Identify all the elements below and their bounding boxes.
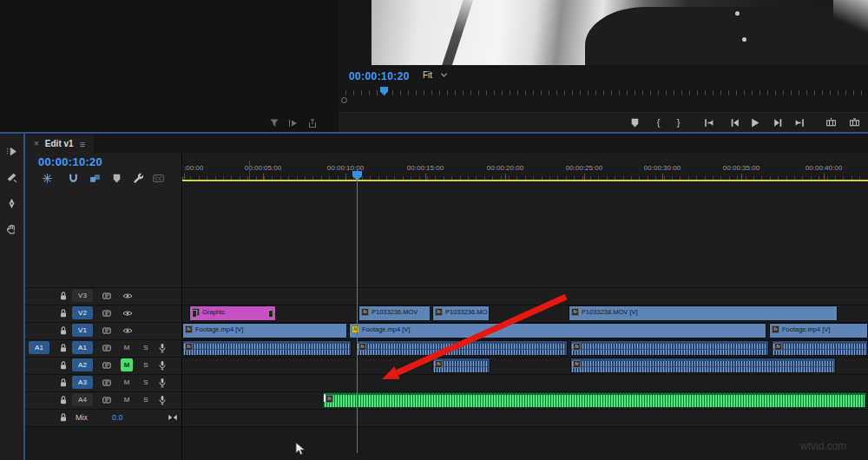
track-header-a1[interactable]: A1A1MS bbox=[25, 339, 182, 357]
monitor-mini-timeline[interactable] bbox=[345, 90, 865, 95]
track-target-badge-a2[interactable]: A2 bbox=[72, 358, 93, 371]
sync-lock-icon[interactable] bbox=[102, 308, 112, 319]
filter-icon[interactable] bbox=[269, 118, 279, 128]
track-header-a2[interactable]: A2MS bbox=[25, 357, 182, 374]
clip-green[interactable]: fx bbox=[323, 392, 866, 408]
solo-button[interactable]: S bbox=[140, 341, 152, 354]
linked-selection-toggle-icon[interactable] bbox=[89, 173, 101, 184]
solo-button[interactable]: S bbox=[140, 393, 152, 406]
track-target-badge-v1[interactable]: V1 bbox=[72, 324, 93, 337]
mute-button[interactable]: M bbox=[121, 358, 133, 371]
mute-button[interactable]: M bbox=[121, 376, 133, 389]
sync-lock-icon[interactable] bbox=[102, 291, 112, 301]
tab-edit-v1[interactable]: × Edit v1 ≡ bbox=[25, 135, 94, 153]
clip-audio[interactable]: fx bbox=[570, 340, 769, 356]
clip-footage-mp4-v-[interactable]: fxFootage.mp4 [V] bbox=[769, 323, 868, 338]
source-assign-badge[interactable]: A1 bbox=[29, 341, 49, 354]
monitor-scroll-handle[interactable] bbox=[341, 97, 347, 103]
lift-button[interactable] bbox=[825, 117, 837, 128]
mark-in-button[interactable]: { bbox=[653, 117, 664, 128]
clip-p1033238-mov-v-[interactable]: fxP1033238.MOV [V] bbox=[569, 306, 838, 321]
clip-p1033236-mo[interactable]: fxP1033236.MO bbox=[432, 306, 490, 321]
clip-p1033236-mov[interactable]: fxP1033236.MOV bbox=[358, 306, 431, 321]
nested-sequence-toggle-icon[interactable] bbox=[42, 173, 53, 184]
clip-audio[interactable]: fx bbox=[356, 340, 568, 356]
add-marker-button[interactable] bbox=[629, 117, 641, 128]
toggle-track-output-eye-icon[interactable] bbox=[122, 308, 133, 319]
timeline-timecode[interactable]: 00:00:10:20 bbox=[38, 155, 102, 168]
track-header-a3[interactable]: A3MS bbox=[25, 374, 182, 391]
clip-footage-mp4-v-[interactable]: fxFootage.mp4 [V] bbox=[349, 323, 766, 338]
toggle-track-output-eye-icon[interactable] bbox=[122, 291, 133, 301]
timeline-settings-button-icon[interactable] bbox=[133, 173, 144, 184]
voiceover-mic-icon[interactable] bbox=[157, 395, 168, 405]
mark-out-button[interactable]: } bbox=[673, 117, 684, 128]
track-target-badge-a1[interactable]: A1 bbox=[72, 341, 93, 354]
clip-graphic[interactable]: fxGraphic bbox=[189, 306, 276, 321]
row-separator bbox=[25, 426, 868, 427]
toggle-track-output-eye-icon[interactable] bbox=[122, 325, 133, 336]
sync-lock-icon[interactable] bbox=[102, 360, 112, 371]
sync-lock-icon[interactable] bbox=[102, 378, 112, 388]
mute-button[interactable]: M bbox=[121, 393, 133, 406]
voiceover-mic-icon[interactable] bbox=[157, 360, 168, 371]
voiceover-mic-icon[interactable] bbox=[157, 343, 168, 353]
clip-audio[interactable]: fx bbox=[182, 340, 352, 356]
tool-hand[interactable] bbox=[6, 224, 17, 235]
lock-icon[interactable] bbox=[58, 378, 69, 388]
snap-toggle-icon[interactable] bbox=[68, 173, 79, 184]
captions-button-icon[interactable] bbox=[153, 173, 164, 184]
voiceover-mic-icon[interactable] bbox=[157, 378, 168, 388]
mute-button[interactable]: M bbox=[121, 341, 133, 354]
mix-volume-value[interactable]: 0.0 bbox=[112, 413, 123, 422]
lock-icon[interactable] bbox=[58, 412, 69, 423]
add-marker-button-icon[interactable] bbox=[111, 173, 122, 184]
lock-icon[interactable] bbox=[58, 291, 69, 301]
work-area-bar bbox=[182, 180, 868, 181]
lock-icon[interactable] bbox=[58, 343, 69, 353]
sync-lock-icon[interactable] bbox=[102, 343, 112, 353]
clip-audio[interactable]: fx bbox=[570, 358, 836, 373]
track-target-badge-v3[interactable]: V3 bbox=[72, 289, 93, 302]
tool-track-select[interactable] bbox=[6, 146, 17, 157]
ruler-tick-label: 00:00:40:00 bbox=[806, 164, 842, 172]
solo-button[interactable]: S bbox=[140, 358, 152, 371]
track-target-badge-v2[interactable]: V2 bbox=[72, 306, 93, 319]
zoom-level-select[interactable]: Fit bbox=[423, 70, 448, 80]
clip-audio[interactable]: fx bbox=[432, 358, 490, 373]
lock-icon[interactable] bbox=[58, 360, 69, 371]
lock-icon[interactable] bbox=[58, 395, 69, 405]
extract-button[interactable] bbox=[849, 117, 860, 128]
track-header-v1[interactable]: V1 bbox=[25, 322, 182, 339]
timeline-bottom-area bbox=[25, 426, 868, 460]
sync-lock-icon[interactable] bbox=[102, 325, 112, 336]
track-header-mix[interactable]: Mix0.0 bbox=[25, 409, 182, 426]
sync-lock-icon[interactable] bbox=[102, 395, 112, 405]
solo-button[interactable]: S bbox=[140, 376, 152, 389]
track-header-a4[interactable]: A4MS bbox=[25, 391, 182, 409]
track-header-v3[interactable]: V3 bbox=[25, 287, 182, 305]
program-timecode[interactable]: 00:00:10:20 bbox=[349, 70, 410, 82]
clip-selection-handle[interactable] bbox=[324, 394, 326, 402]
step-forward-button[interactable] bbox=[773, 117, 784, 128]
track-target-badge-a4[interactable]: A4 bbox=[72, 393, 93, 406]
clip-label: Graphic bbox=[202, 308, 225, 316]
lock-icon[interactable] bbox=[58, 308, 69, 319]
add-keyframe-icon[interactable] bbox=[168, 412, 178, 423]
track-header-v2[interactable]: V2 bbox=[25, 305, 182, 322]
close-icon[interactable]: × bbox=[34, 139, 39, 148]
clip-audio[interactable]: fx bbox=[772, 340, 868, 356]
play-button[interactable] bbox=[749, 117, 760, 128]
go-to-in-button[interactable] bbox=[703, 117, 714, 128]
clip-footage-mp4-v-[interactable]: fxFootage.mp4 [V] bbox=[182, 323, 347, 338]
render-preview-icon[interactable] bbox=[288, 118, 299, 128]
step-back-button[interactable] bbox=[729, 117, 740, 128]
export-icon[interactable] bbox=[307, 118, 318, 128]
panel-menu-icon[interactable]: ≡ bbox=[80, 139, 85, 149]
go-to-out-button[interactable] bbox=[794, 117, 806, 128]
track-target-badge-a3[interactable]: A3 bbox=[72, 376, 93, 389]
audio-waveform bbox=[358, 350, 566, 355]
tool-pen[interactable] bbox=[6, 198, 17, 209]
lock-icon[interactable] bbox=[58, 325, 69, 336]
tool-razor[interactable] bbox=[6, 172, 17, 183]
